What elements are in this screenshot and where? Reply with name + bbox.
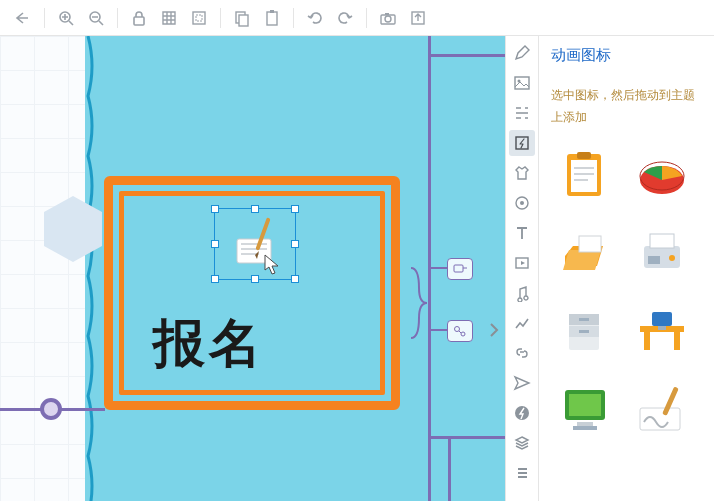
expand-chevron-icon[interactable]	[485, 316, 503, 344]
connector-node[interactable]	[40, 398, 62, 420]
svg-point-10	[385, 16, 391, 22]
canvas[interactable]: 报名	[0, 36, 505, 501]
toolbar-separator	[220, 8, 221, 28]
svg-point-27	[520, 201, 524, 205]
svg-rect-7	[267, 12, 277, 25]
undo-icon[interactable]	[300, 3, 330, 33]
clipboard-small-icon[interactable]	[233, 215, 279, 271]
hexagon-shape	[44, 196, 102, 262]
resize-handle[interactable]	[251, 275, 259, 283]
chart-icon[interactable]	[509, 310, 535, 336]
topic-card-label: 报名	[153, 309, 265, 379]
lock-icon[interactable]	[124, 3, 154, 33]
toolbar-separator	[44, 8, 45, 28]
svg-rect-38	[648, 256, 660, 264]
send-icon[interactable]	[509, 370, 535, 396]
svg-rect-3	[193, 12, 205, 24]
copy-icon[interactable]	[227, 3, 257, 33]
zoom-in-icon[interactable]	[51, 3, 81, 33]
svg-rect-35	[579, 236, 601, 252]
svg-rect-47	[674, 332, 680, 350]
layers-icon[interactable]	[509, 430, 535, 456]
paste-icon[interactable]	[257, 3, 287, 33]
resize-handle[interactable]	[291, 205, 299, 213]
svg-rect-43	[579, 318, 589, 321]
image-icon[interactable]	[509, 70, 535, 96]
video-icon[interactable]	[509, 250, 535, 276]
svg-rect-51	[569, 394, 601, 416]
icon-grid	[551, 146, 704, 438]
target-icon[interactable]	[509, 190, 535, 216]
svg-rect-53	[573, 426, 597, 430]
top-toolbar	[0, 0, 714, 36]
relation-a-icon[interactable]	[447, 258, 473, 280]
clipboard-icon[interactable]	[551, 146, 619, 204]
water-edge	[84, 36, 98, 501]
selection-box[interactable]	[214, 208, 296, 280]
svg-point-39	[669, 255, 675, 261]
relation-b-icon[interactable]	[447, 320, 473, 342]
svg-rect-37	[650, 234, 674, 248]
redo-icon[interactable]	[330, 3, 360, 33]
music-icon[interactable]	[509, 280, 535, 306]
svg-rect-8	[270, 10, 274, 13]
piechart-icon[interactable]	[628, 146, 696, 204]
monitor-icon[interactable]	[551, 380, 619, 438]
grid-icon[interactable]	[154, 3, 184, 33]
toolbar-separator	[366, 8, 367, 28]
svg-rect-32	[577, 152, 591, 159]
resize-handle[interactable]	[291, 275, 299, 283]
desk-icon[interactable]	[628, 302, 696, 360]
fit-icon[interactable]	[184, 3, 214, 33]
connector-line	[448, 436, 451, 501]
export-icon[interactable]	[403, 3, 433, 33]
svg-rect-16	[241, 248, 267, 250]
side-toolbar	[505, 36, 539, 501]
svg-rect-52	[577, 422, 593, 426]
svg-rect-23	[515, 77, 529, 89]
resize-handle[interactable]	[211, 275, 219, 283]
undo-arrow-icon[interactable]	[8, 3, 38, 33]
svg-point-21	[455, 327, 460, 332]
connector-line	[428, 436, 505, 439]
svg-rect-2	[134, 17, 144, 25]
svg-rect-20	[454, 265, 463, 272]
resize-handle[interactable]	[211, 240, 219, 248]
svg-rect-4	[196, 15, 202, 21]
tshirt-icon[interactable]	[509, 160, 535, 186]
svg-rect-44	[579, 330, 589, 333]
svg-rect-15	[241, 243, 267, 245]
connector-line	[428, 54, 505, 57]
resize-handle[interactable]	[251, 205, 259, 213]
svg-point-22	[461, 332, 465, 336]
relation-links	[411, 258, 491, 348]
toolbar-separator	[117, 8, 118, 28]
signature-icon[interactable]	[628, 380, 696, 438]
svg-rect-6	[239, 15, 248, 26]
svg-rect-49	[658, 326, 666, 330]
list-icon[interactable]	[509, 460, 535, 486]
toolbar-separator	[293, 8, 294, 28]
resize-handle[interactable]	[211, 205, 219, 213]
folder-icon[interactable]	[551, 224, 619, 282]
flash-icon[interactable]	[509, 130, 535, 156]
edit-icon[interactable]	[509, 40, 535, 66]
fax-icon[interactable]	[628, 224, 696, 282]
svg-marker-13	[44, 196, 102, 262]
bolt-icon[interactable]	[509, 400, 535, 426]
text-icon[interactable]	[509, 220, 535, 246]
camera-icon[interactable]	[373, 3, 403, 33]
panel-help: 选中图标，然后拖动到主题上添加	[551, 85, 704, 128]
svg-rect-48	[652, 312, 672, 326]
panel-title: 动画图标	[551, 46, 704, 65]
icon-panel: 动画图标 选中图标，然后拖动到主题上添加	[539, 36, 714, 501]
svg-rect-46	[644, 332, 650, 350]
svg-rect-11	[385, 13, 389, 15]
resize-handle[interactable]	[291, 240, 299, 248]
align-icon[interactable]	[509, 100, 535, 126]
zoom-out-icon[interactable]	[81, 3, 111, 33]
link-icon[interactable]	[509, 340, 535, 366]
svg-rect-31	[571, 160, 597, 192]
svg-rect-14	[237, 239, 271, 263]
drawer-icon[interactable]	[551, 302, 619, 360]
